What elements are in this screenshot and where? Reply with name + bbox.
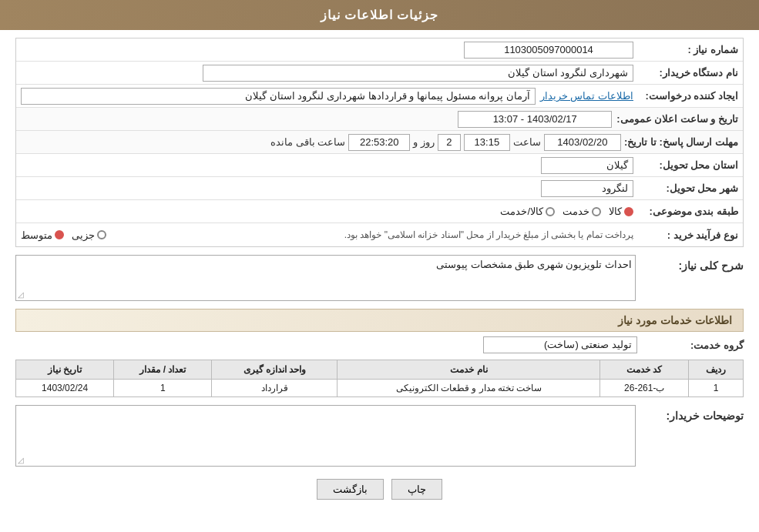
col-header-name: نام خدمت [338, 360, 600, 380]
page-title: جزئیات اطلاعات نیاز [321, 8, 439, 22]
category-label-kala: کالا [609, 206, 622, 217]
print-button[interactable]: چاپ [391, 479, 442, 500]
page-container: جزئیات اطلاعات نیاز شماره نیاز : 1103005… [0, 0, 759, 532]
category-label-kala-khedmat: کالا/خدمت [500, 206, 543, 217]
delivery-province-value: گیلان [541, 157, 633, 174]
purchase-type-label-motavset: متوسط [21, 229, 52, 241]
need-number-row: شماره نیاز : 1103005097000014 [16, 38, 743, 62]
col-header-code: کد خدمت [600, 360, 689, 380]
services-table: ردیف کد خدمت نام خدمت واحد اندازه گیری ت… [15, 360, 744, 397]
creator-value: آرمان پروانه مسئول پیمانها و قراردادها ش… [21, 88, 536, 105]
need-number-label: شماره نیاز : [638, 44, 738, 55]
datetime-label: تاریخ و ساعت اعلان عمومی: [616, 113, 738, 125]
category-option-khedmat[interactable]: خدمت [563, 206, 601, 217]
col-header-row: ردیف [689, 360, 744, 380]
purchase-type-note: پرداخت تمام یا بخشی از مبلغ خریدار از مح… [119, 229, 633, 240]
table-cell: 1 [114, 380, 212, 397]
deadline-remain-label: ساعت باقی مانده [270, 136, 345, 148]
deadline-time: 13:15 [464, 134, 510, 151]
datetime-row: تاریخ و ساعت اعلان عمومی: 1403/02/17 - 1… [16, 108, 743, 131]
buyer-notes-box[interactable]: ◿ [15, 405, 636, 467]
org-name-row: نام دستگاه خریدار: شهرداری لنگرود استان … [16, 62, 743, 85]
service-group-row: گروه خدمت: تولید صنعتی (ساخت) [15, 336, 744, 353]
need-desc-container: احداث تلویزیون شهری طبق مشخصات پیوستی ◿ [15, 255, 636, 301]
deadline-date: 1403/02/20 [544, 134, 621, 151]
buyer-notes-section: توضیحات خریدار: ◿ [15, 405, 744, 467]
buttons-row: چاپ بازگشت [15, 479, 744, 500]
need-desc-label: شرح کلی نیاز: [643, 259, 744, 272]
category-label-khedmat: خدمت [563, 206, 589, 217]
table-row: 1ب-261-26ساخت تخته مدار و قطعات الکترونی… [16, 380, 744, 397]
need-desc-value: احداث تلویزیون شهری طبق مشخصات پیوستی [19, 259, 632, 270]
creator-row: ایجاد کننده درخواست: اطلاعات تماس خریدار… [16, 85, 743, 108]
category-option-kala-khedmat[interactable]: کالا/خدمت [500, 206, 555, 217]
need-desc-section: شرح کلی نیاز: احداث تلویزیون شهری طبق مش… [15, 255, 744, 301]
purchase-type-radio-group: متوسط جزیی [21, 229, 106, 241]
col-header-unit: واحد اندازه گیری [212, 360, 338, 380]
table-cell: ب-261-26 [600, 380, 689, 397]
resize-icon: ◿ [18, 290, 24, 299]
org-name-label: نام دستگاه خریدار: [638, 67, 738, 79]
main-info-section: شماره نیاز : 1103005097000014 نام دستگاه… [15, 38, 744, 247]
delivery-city-label: شهر محل تحویل: [638, 182, 738, 194]
category-row: طبقه بندی موضوعی: کالا/خدمت خدمت کالا [16, 200, 743, 223]
delivery-city-row: شهر محل تحویل: لنگرود [16, 177, 743, 200]
deadline-days-label: روز و [413, 136, 435, 148]
delivery-city-value: لنگرود [541, 180, 633, 197]
purchase-type-label: نوع فرآیند خرید : [638, 229, 738, 241]
category-radio-kala-khedmat-icon [546, 207, 555, 216]
content-area: شماره نیاز : 1103005097000014 نام دستگاه… [0, 30, 759, 507]
table-cell: ساخت تخته مدار و قطعات الکترونیکی [338, 380, 600, 397]
category-label: طبقه بندی موضوعی: [638, 206, 738, 217]
delivery-province-row: استان محل تحویل: گیلان [16, 154, 743, 177]
category-radio-khedmat-icon [592, 207, 601, 216]
back-button[interactable]: بازگشت [317, 479, 384, 500]
table-cell: قرارداد [212, 380, 338, 397]
creator-label: ایجاد کننده درخواست: [638, 90, 738, 102]
page-header: جزئیات اطلاعات نیاز [0, 0, 759, 30]
creator-link[interactable]: اطلاعات تماس خریدار [540, 90, 633, 102]
need-desc-box[interactable]: احداث تلویزیون شهری طبق مشخصات پیوستی ◿ [15, 255, 636, 301]
deadline-days: 2 [438, 134, 461, 151]
col-header-quantity: تعداد / مقدار [114, 360, 212, 380]
purchase-type-option-jozei[interactable]: جزیی [72, 229, 106, 241]
buyer-notes-container: ◿ [15, 405, 636, 467]
table-header-row: ردیف کد خدمت نام خدمت واحد اندازه گیری ت… [16, 360, 744, 380]
deadline-row: مهلت ارسال پاسخ: تا تاریخ: 1403/02/20 سا… [16, 131, 743, 154]
category-radio-group: کالا/خدمت خدمت کالا [500, 206, 633, 217]
category-option-kala[interactable]: کالا [609, 206, 633, 217]
services-section-title: اطلاعات خدمات مورد نیاز [15, 309, 744, 332]
need-number-value: 1103005097000014 [464, 42, 633, 59]
datetime-value: 1403/02/17 - 13:07 [458, 111, 612, 128]
delivery-province-label: استان محل تحویل: [638, 159, 738, 171]
purchase-type-label-jozei: جزیی [72, 229, 95, 241]
purchase-type-option-motavset[interactable]: متوسط [21, 229, 64, 241]
table-cell: 1403/02/24 [16, 380, 114, 397]
org-name-value: شهرداری لنگرود استان گیلان [203, 65, 633, 82]
table-cell: 1 [689, 380, 744, 397]
buyer-notes-resize-icon: ◿ [18, 456, 24, 464]
send-deadline-label: مهلت ارسال پاسخ: تا تاریخ: [624, 136, 738, 148]
buyer-notes-label: توضیحات خریدار: [643, 410, 744, 422]
purchase-type-row: نوع فرآیند خرید : پرداخت تمام یا بخشی از… [16, 223, 743, 246]
purchase-type-radio-jozei-icon [97, 230, 106, 239]
service-group-label: گروه خدمت: [643, 340, 744, 351]
service-group-value: تولید صنعتی (ساخت) [483, 336, 637, 353]
purchase-type-radio-motavset-icon [55, 230, 64, 239]
category-radio-kala-icon [624, 207, 633, 216]
deadline-remain: 22:53:20 [348, 134, 410, 151]
col-header-date: تاریخ نیاز [16, 360, 114, 380]
deadline-time-label: ساعت [513, 136, 541, 148]
